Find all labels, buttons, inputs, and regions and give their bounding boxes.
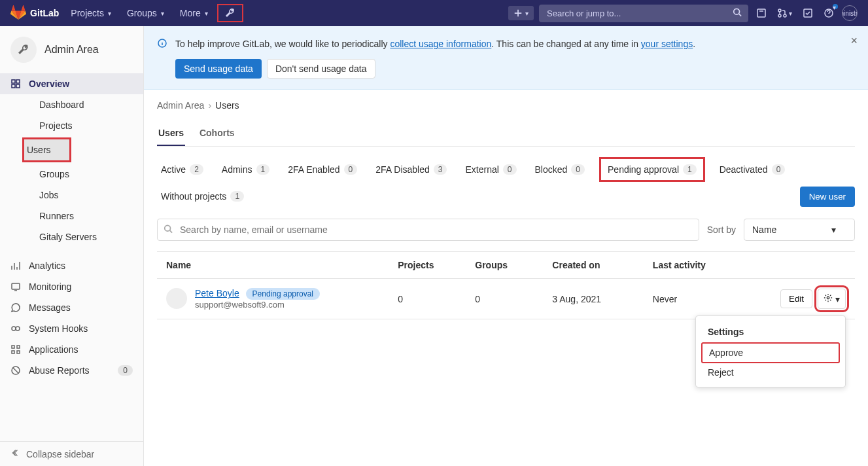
sort-select[interactable]: Name ▾ bbox=[744, 219, 855, 241]
user-email: support@websoft9.com bbox=[195, 300, 320, 310]
breadcrumb-users: Users bbox=[215, 100, 239, 111]
merge-requests-icon[interactable] bbox=[774, 5, 795, 21]
filter-admins[interactable]: Admins1 bbox=[218, 158, 273, 181]
svg-point-3 bbox=[778, 14, 781, 17]
filter-without-projects[interactable]: Without projects1 bbox=[157, 185, 248, 208]
top-navbar: GitLab Projects Groups More Administrato… bbox=[0, 0, 868, 26]
sidebar-header: Admin Area bbox=[0, 26, 143, 73]
filter-pending-approval[interactable]: Pending approval1 bbox=[599, 157, 705, 182]
collapse-sidebar[interactable]: Collapse sidebar bbox=[0, 441, 143, 466]
settings-link[interactable]: your settings bbox=[641, 39, 693, 49]
main-content: To help improve GitLab, we would like to… bbox=[144, 26, 868, 466]
svg-rect-1 bbox=[757, 9, 765, 17]
sidebar-item-overview[interactable]: Overview bbox=[0, 73, 143, 94]
abuse-icon bbox=[10, 365, 21, 376]
search-wrap bbox=[539, 5, 748, 22]
messages-icon bbox=[10, 302, 21, 313]
edit-button[interactable]: Edit bbox=[780, 289, 812, 308]
svg-point-20 bbox=[165, 226, 171, 232]
sidebar: Admin Area Overview Dashboard Projects U… bbox=[0, 26, 144, 466]
filter-blocked[interactable]: Blocked0 bbox=[531, 158, 589, 181]
dropdown-reject[interactable]: Reject bbox=[701, 363, 840, 382]
sidebar-sub-runners[interactable]: Runners bbox=[29, 206, 143, 226]
sort-by-label: Sort by bbox=[707, 224, 736, 235]
close-icon[interactable]: × bbox=[850, 34, 858, 48]
sidebar-item-analytics[interactable]: Analytics bbox=[0, 255, 143, 276]
filter-2fa-enabled[interactable]: 2FA Enabled0 bbox=[284, 158, 361, 181]
settings-dropdown-button[interactable]: ▾ bbox=[818, 289, 846, 309]
filter-tabs: Active2 Admins1 2FA Enabled0 2FA Disable… bbox=[157, 157, 855, 208]
user-row-avatar bbox=[166, 288, 187, 309]
chevron-right-icon: › bbox=[208, 100, 211, 111]
usage-link[interactable]: collect usage information bbox=[390, 39, 491, 49]
monitoring-icon bbox=[10, 281, 21, 292]
nav-groups[interactable]: Groups bbox=[120, 4, 171, 22]
dont-send-usage-button[interactable]: Don't send usage data bbox=[267, 59, 375, 79]
user-search-input[interactable] bbox=[157, 219, 699, 241]
breadcrumb-admin[interactable]: Admin Area bbox=[157, 100, 204, 111]
cell-groups: 0 bbox=[475, 294, 552, 304]
sidebar-sub-groups[interactable]: Groups bbox=[29, 164, 143, 185]
svg-rect-16 bbox=[12, 351, 14, 353]
abuse-count: 0 bbox=[118, 365, 133, 376]
nav-right: Administrator bbox=[508, 5, 858, 22]
sidebar-sub-gitaly[interactable]: Gitaly Servers bbox=[29, 226, 143, 247]
nav-more[interactable]: More bbox=[173, 4, 215, 22]
nav-items: Projects Groups More bbox=[64, 4, 243, 22]
hooks-icon bbox=[10, 323, 21, 334]
overview-icon bbox=[10, 79, 21, 89]
help-icon[interactable] bbox=[821, 5, 837, 21]
chevron-down-icon: ▾ bbox=[835, 294, 840, 304]
new-user-button[interactable]: New user bbox=[800, 187, 855, 207]
sidebar-sub2: Groups Jobs Runners Gitaly Servers bbox=[0, 164, 143, 247]
tab-users[interactable]: Users bbox=[157, 121, 185, 146]
dropdown-approve[interactable]: Approve bbox=[701, 342, 840, 363]
sidebar-sub-users[interactable]: Users bbox=[22, 137, 71, 162]
svg-rect-8 bbox=[16, 80, 20, 83]
sidebar-item-messages[interactable]: Messages bbox=[0, 297, 143, 318]
logo[interactable]: GitLab bbox=[10, 5, 59, 22]
sidebar-item-system-hooks[interactable]: System Hooks bbox=[0, 318, 143, 339]
send-usage-button[interactable]: Send usage data bbox=[175, 59, 262, 79]
user-cell: Pete Boyle Pending approval support@webs… bbox=[166, 288, 398, 310]
sidebar-item-abuse[interactable]: Abuse Reports 0 bbox=[0, 360, 143, 381]
filter-deactivated[interactable]: Deactivated0 bbox=[716, 158, 790, 181]
todos-icon[interactable] bbox=[800, 5, 816, 21]
cell-activity: Never bbox=[653, 294, 753, 304]
usage-banner: To help improve GitLab, we would like to… bbox=[144, 26, 868, 90]
svg-rect-15 bbox=[17, 346, 20, 348]
cell-projects: 0 bbox=[398, 294, 475, 304]
admin-wrench-icon[interactable] bbox=[217, 4, 243, 22]
search-row: Sort by Name ▾ bbox=[157, 219, 855, 241]
issues-icon[interactable] bbox=[754, 5, 769, 21]
settings-dropdown: Settings Approve Reject bbox=[695, 315, 846, 387]
search-icon bbox=[164, 224, 173, 236]
filter-active[interactable]: Active2 bbox=[157, 158, 207, 181]
pending-badge: Pending approval bbox=[246, 288, 320, 300]
filter-external[interactable]: External0 bbox=[461, 158, 520, 181]
sidebar-sub-projects[interactable]: Projects bbox=[29, 115, 143, 136]
sidebar-item-label: Overview bbox=[29, 79, 69, 89]
row-actions: Edit ▾ bbox=[753, 289, 846, 309]
sidebar-item-applications[interactable]: Applications bbox=[0, 339, 143, 360]
sidebar-item-monitoring[interactable]: Monitoring bbox=[0, 276, 143, 297]
svg-rect-11 bbox=[12, 283, 20, 289]
svg-point-13 bbox=[16, 327, 20, 331]
sidebar-sub-jobs[interactable]: Jobs bbox=[29, 185, 143, 206]
sidebar-sub-dashboard[interactable]: Dashboard bbox=[29, 94, 143, 115]
user-avatar[interactable]: Administrator bbox=[842, 5, 858, 21]
nav-projects[interactable]: Projects bbox=[64, 4, 118, 22]
gear-icon bbox=[824, 293, 833, 304]
user-name-link[interactable]: Pete Boyle bbox=[195, 288, 239, 298]
filter-2fa-disabled[interactable]: 2FA Disabled3 bbox=[372, 158, 451, 181]
svg-point-0 bbox=[734, 9, 740, 14]
collapse-icon bbox=[10, 448, 20, 459]
chevron-down-icon: ▾ bbox=[831, 224, 836, 235]
search-input[interactable] bbox=[539, 5, 748, 22]
info-icon bbox=[157, 38, 167, 50]
tab-cohorts[interactable]: Cohorts bbox=[198, 121, 236, 146]
new-dropdown[interactable] bbox=[508, 6, 534, 20]
search-icon bbox=[733, 8, 742, 19]
top-tabs: Users Cohorts bbox=[157, 121, 855, 147]
svg-point-2 bbox=[778, 9, 781, 12]
